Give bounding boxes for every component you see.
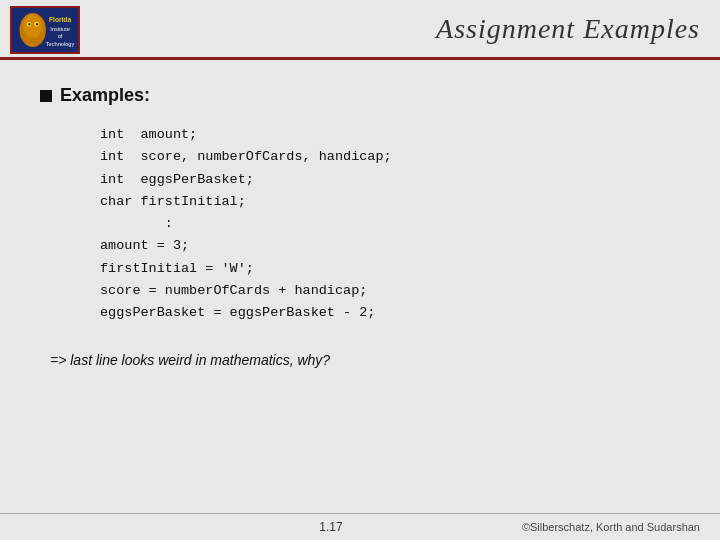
header-title: Assignment Examples bbox=[436, 13, 700, 45]
code-line-5: : bbox=[100, 213, 680, 235]
header: Florida Institute of Technology Assignme… bbox=[0, 0, 720, 60]
bullet-icon bbox=[40, 90, 52, 102]
code-line-9: eggsPerBasket = eggsPerBasket - 2; bbox=[100, 302, 680, 324]
italic-note: => last line looks weird in mathematics,… bbox=[50, 352, 680, 368]
svg-text:of: of bbox=[58, 33, 63, 39]
svg-point-6 bbox=[36, 23, 38, 25]
section-label: Examples: bbox=[60, 85, 150, 106]
svg-text:Florida: Florida bbox=[49, 16, 71, 23]
code-line-4: char firstInitial; bbox=[100, 191, 680, 213]
code-line-8: score = numberOfCards + handicap; bbox=[100, 280, 680, 302]
logo-area: Florida Institute of Technology bbox=[10, 6, 80, 54]
svg-text:Institute: Institute bbox=[50, 26, 70, 32]
logo-box: Florida Institute of Technology bbox=[10, 6, 80, 54]
code-block: int amount; int score, numberOfCards, ha… bbox=[100, 124, 680, 324]
slide: Florida Institute of Technology Assignme… bbox=[0, 0, 720, 540]
section-title: Examples: bbox=[40, 85, 680, 106]
content: Examples: int amount; int score, numberO… bbox=[0, 60, 720, 513]
logo-svg: Florida Institute of Technology bbox=[12, 6, 78, 54]
code-line-1: int amount; bbox=[100, 124, 680, 146]
footer: 1.17 ©Silberschatz, Korth and Sudarshan bbox=[0, 513, 720, 540]
code-line-2: int score, numberOfCards, handicap; bbox=[100, 146, 680, 168]
footer-page: 1.17 bbox=[140, 520, 522, 534]
svg-text:Technology: Technology bbox=[46, 41, 75, 47]
footer-credit: ©Silberschatz, Korth and Sudarshan bbox=[522, 521, 700, 533]
svg-point-5 bbox=[28, 23, 30, 25]
code-line-3: int eggsPerBasket; bbox=[100, 169, 680, 191]
code-line-6: amount = 3; bbox=[100, 235, 680, 257]
code-line-7: firstInitial = 'W'; bbox=[100, 258, 680, 280]
svg-point-2 bbox=[23, 15, 42, 38]
